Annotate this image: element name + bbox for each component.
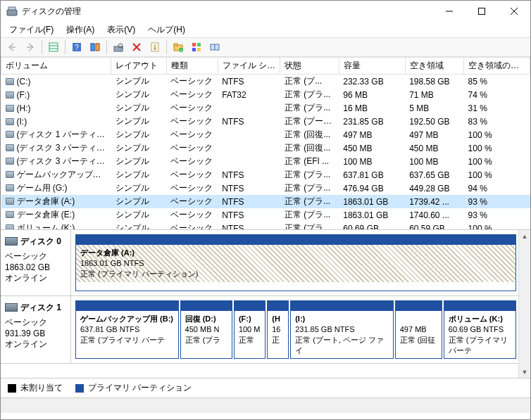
table-row[interactable]: ボリューム (K:)シンプルベーシックNTFS正常 (プラ...60.69 GB… [1, 222, 530, 230]
svg-text:?: ? [75, 44, 79, 51]
volume-list-pane[interactable]: ボリューム レイアウト 種類 ファイル システム 状態 容量 空き領域 空き領域… [1, 57, 530, 230]
col-capacity[interactable]: 容量 [339, 58, 405, 75]
legend-primary-label: プライマリ パーティション [88, 382, 192, 394]
menu-file[interactable]: ファイル(F) [4, 23, 59, 37]
view-graphical-icon[interactable] [87, 39, 104, 56]
col-type[interactable]: 種類 [166, 58, 218, 75]
volume-icon [6, 118, 14, 125]
volume-icon [6, 224, 14, 230]
col-fs[interactable]: ファイル システム [218, 58, 280, 75]
table-row[interactable]: データ倉庫 (A:)シンプルベーシックNTFS正常 (プラ...1863.01 … [1, 195, 530, 208]
window-title: ディスクの管理 [22, 6, 433, 18]
disk-row: ディスク 0ベーシック1863.02 GBオンラインデータ倉庫 (A:)1863… [1, 230, 530, 296]
titlebar: ディスクの管理 [1, 1, 530, 22]
table-row[interactable]: (H:)シンプルベーシック正常 (プラ...16 MB5 MB31 % [1, 101, 530, 115]
volume-table: ボリューム レイアウト 種類 ファイル システム 状態 容量 空き領域 空き領域… [1, 57, 530, 230]
table-header-row: ボリューム レイアウト 種類 ファイル システム 状態 容量 空き領域 空き領域… [1, 58, 530, 75]
partition[interactable]: ボリューム (K:)60.69 GB NTFS正常 (プライマリ パーテ [444, 300, 516, 359]
table-row[interactable]: (I:)シンプルベーシックNTFS正常 (ブート...231.85 GB192.… [1, 115, 530, 128]
svg-rect-13 [91, 44, 94, 51]
help-icon[interactable]: ? [68, 39, 85, 56]
disk-graphical-pane[interactable]: ディスク 0ベーシック1863.02 GBオンラインデータ倉庫 (A:)1863… [1, 230, 530, 378]
back-button[interactable] [4, 39, 20, 56]
statusbar [1, 397, 530, 413]
partition[interactable]: 回復 (D:)450 MB N正常 (プラ [180, 300, 232, 359]
rescan-icon[interactable] [110, 39, 127, 56]
svg-rect-14 [96, 44, 99, 51]
partition[interactable]: (H16正 [267, 300, 289, 359]
minimize-button[interactable] [433, 1, 466, 22]
menu-action[interactable]: 操作(A) [61, 23, 100, 37]
volume-icon [6, 211, 14, 218]
col-volume[interactable]: ボリューム [1, 58, 111, 75]
new-folder-icon[interactable]: + [170, 39, 187, 56]
partition[interactable]: ゲームバックアップ用 (B:)637.81 GB NTFS正常 (プライマリ パ… [75, 300, 179, 359]
table-row[interactable]: (C:)シンプルベーシックNTFS正常 (ブ...232.33 GB198.58… [1, 75, 530, 89]
maximize-button[interactable] [466, 1, 498, 22]
legend: 未割り当て プライマリ パーティション [1, 378, 530, 397]
table-row[interactable]: ゲームバックアップ用 ...シンプルベーシックNTFS正常 (プラ...637.… [1, 168, 530, 182]
svg-rect-31 [197, 48, 201, 51]
view-list-icon[interactable] [45, 39, 62, 56]
table-row[interactable]: (F:)シンプルベーシックFAT32正常 (プラ...96 MB71 MB74 … [1, 88, 530, 101]
table-row[interactable]: (ディスク 3 パーティシ...シンプルベーシック正常 (EFI ...100 … [1, 155, 530, 168]
table-row[interactable]: ゲーム用 (G:)シンプルベーシックNTFS正常 (プラ...476.94 GB… [1, 182, 530, 195]
disk-icon [5, 303, 18, 312]
delete-icon[interactable] [128, 39, 145, 56]
col-free[interactable]: 空き領域 [405, 58, 463, 75]
table-row[interactable]: データ倉庫 (E:)シンプルベーシックNTFS正常 (プラ...1863.01 … [1, 208, 530, 222]
svg-rect-15 [114, 46, 123, 51]
svg-text:+: + [180, 48, 182, 52]
table-row[interactable]: (ディスク 3 パーティシ...シンプルベーシック正常 (回復...450 MB… [1, 141, 530, 155]
disk-icon [5, 237, 18, 246]
col-freepct[interactable]: 空き領域の割... [464, 58, 530, 75]
svg-rect-20 [151, 43, 158, 51]
volume-icon [6, 184, 14, 191]
svg-rect-0 [7, 10, 17, 15]
scroll-up-icon[interactable]: ▲ [519, 230, 530, 242]
disk-header[interactable]: ディスク 1ベーシック931.39 GBオンライン [1, 296, 71, 363]
svg-point-21 [154, 45, 156, 46]
legend-unallocated-label: 未割り当て [20, 382, 63, 394]
partition[interactable]: (F:)100 M正常 [234, 300, 266, 359]
svg-rect-29 [197, 43, 201, 46]
disk-row: ディスク 1ベーシック931.39 GBオンラインゲームバックアップ用 (B:)… [1, 296, 530, 364]
legend-primary-swatch [75, 384, 84, 393]
properties-icon[interactable] [146, 39, 163, 56]
volume-icon [6, 158, 14, 165]
forward-button[interactable] [22, 39, 39, 56]
disk-header[interactable]: ディスク 0ベーシック1863.02 GBオンライン [1, 230, 71, 295]
app-icon [6, 6, 18, 17]
close-button[interactable] [498, 1, 530, 22]
volume-icon [6, 105, 14, 112]
scrollbar-vertical[interactable]: ▲ ▼ [518, 230, 530, 378]
table-row[interactable]: (ディスク 1 パーティシ...シンプルベーシック正常 (回復...497 MB… [1, 128, 530, 141]
col-status[interactable]: 状態 [280, 58, 339, 75]
volume-icon [6, 198, 14, 205]
partition-icon[interactable] [206, 39, 223, 56]
menu-help[interactable]: ヘルプ(H) [142, 23, 191, 37]
partition[interactable]: (I:)231.85 GB NTFS正常 (ブート, ページ ファイ [290, 300, 394, 359]
palette-icon[interactable] [188, 39, 205, 56]
svg-rect-3 [479, 8, 485, 15]
scroll-down-icon[interactable]: ▼ [519, 366, 530, 378]
volume-icon [6, 131, 14, 138]
svg-rect-25 [174, 44, 177, 46]
menubar: ファイル(F) 操作(A) 表示(V) ヘルプ(H) [1, 22, 530, 37]
svg-rect-1 [8, 7, 15, 10]
col-layout[interactable]: レイアウト [111, 58, 166, 75]
volume-icon [6, 91, 14, 98]
svg-rect-8 [49, 43, 58, 51]
volume-icon [6, 171, 14, 178]
volume-icon [6, 78, 14, 85]
legend-unallocated-swatch [8, 384, 16, 393]
svg-rect-28 [192, 43, 196, 46]
volume-icon [6, 144, 14, 151]
partition[interactable]: データ倉庫 (A:)1863.01 GB NTFS正常 (プライマリ パーティシ… [75, 234, 516, 291]
menu-view[interactable]: 表示(V) [101, 23, 141, 37]
svg-rect-30 [192, 48, 196, 51]
toolbar: ? + [1, 37, 530, 57]
partition[interactable]: 497 MB正常 (回征 [395, 300, 442, 359]
